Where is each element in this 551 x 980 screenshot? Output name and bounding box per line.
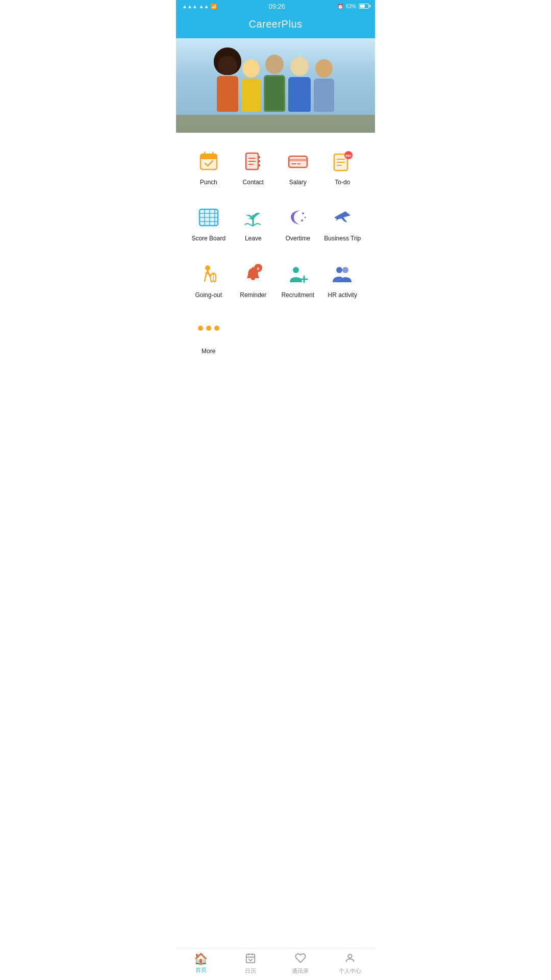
svg-text:8: 8 [257,266,260,271]
hr-activity-icon-wrap [329,261,356,287]
banner-scene [217,55,334,117]
recruitment-icon [287,263,309,285]
grid-item-reminder[interactable]: 8 Reminder [231,254,276,306]
svg-point-40 [211,281,212,282]
grid-item-contact[interactable]: Contact [231,141,276,193]
main-grid: Punch Contact [176,133,375,362]
person-5 [314,59,334,112]
grid-item-more[interactable]: More [186,310,231,362]
svg-point-35 [301,219,303,222]
battery-icon [359,4,369,9]
leave-icon-wrap [240,204,266,231]
svg-rect-2 [201,154,217,159]
grid-item-salary[interactable]: Salary [276,141,320,193]
svg-rect-9 [258,164,260,166]
grid-item-business-trip[interactable]: Business Trip [320,197,365,249]
todo-label: To-do [335,179,350,186]
grid-item-todo[interactable]: 99+ To-do [320,141,365,193]
grid-item-leave[interactable]: Leave [231,197,276,249]
svg-text:99+: 99+ [345,154,352,158]
hr-activity-icon [331,263,354,285]
overtime-icon-wrap [285,204,311,231]
banner-image [176,38,375,133]
grid-item-recruitment[interactable]: Recruitment [276,254,320,306]
business-trip-icon-wrap [329,204,356,231]
going-out-icon-wrap [195,261,222,287]
battery-info: ⏰ 63% [337,4,369,9]
grid-item-going-out[interactable]: Going-out [186,254,231,306]
svg-point-47 [336,267,342,273]
svg-point-44 [293,267,299,273]
dot-2 [206,326,211,331]
going-out-icon [197,263,220,285]
contact-icon [242,150,264,173]
signal-4g: ▲▲▲ [182,4,197,9]
svg-rect-7 [258,156,260,158]
grid-row-1: Punch Contact [186,141,365,193]
grid-item-punch[interactable]: Punch [186,141,231,193]
wifi-icon: 📶 [211,4,217,9]
svg-rect-15 [289,159,307,161]
dot-3 [214,326,219,331]
svg-point-41 [214,281,215,282]
svg-rect-8 [258,160,260,162]
person-3 [264,55,285,112]
signal-info: ▲▲▲ ▲▲ 📶 [182,4,217,9]
battery-percent: 63% [346,4,356,9]
punch-icon [197,150,220,173]
overtime-icon [287,206,309,229]
leave-icon [242,206,264,229]
svg-point-34 [304,217,306,218]
recruitment-label: Recruitment [281,291,314,299]
business-trip-label: Business Trip [324,235,361,242]
svg-point-48 [342,267,348,273]
overtime-label: Overtime [285,235,310,242]
reminder-label: Reminder [240,291,266,299]
recruitment-icon-wrap [285,261,311,287]
signal-2g: ▲▲ [199,4,209,9]
svg-rect-13 [289,156,307,167]
todo-icon-wrap: 99+ [329,148,356,175]
more-dots [198,326,219,331]
salary-label: Salary [289,179,307,186]
contact-icon-wrap [240,148,266,175]
grid-item-overtime[interactable]: Overtime [276,197,320,249]
punch-label: Punch [200,179,217,186]
grid-item-scoreboard[interactable]: Score Board [186,197,231,249]
table-surface [176,115,375,133]
scoreboard-icon-wrap [195,204,222,231]
scoreboard-icon [197,206,220,229]
reminder-icon-wrap: 8 [240,261,266,287]
hr-activity-label: HR activity [328,291,357,299]
contact-label: Contact [243,179,264,186]
person-4 [288,57,311,112]
business-trip-icon [331,206,354,229]
leave-label: Leave [245,235,262,242]
alarm-icon: ⏰ [337,4,343,9]
todo-icon: 99+ [331,150,354,173]
svg-point-33 [302,212,304,214]
salary-icon [287,150,309,173]
grid-row-2: Score Board Leave [186,197,365,249]
more-label: More [202,348,215,355]
grid-row-3: Going-out 8 Reminder [186,254,365,306]
time-display: 09:26 [268,3,285,10]
status-bar: ▲▲▲ ▲▲ 📶 09:26 ⏰ 63% [176,0,375,12]
app-title: CareerPlus [248,18,302,30]
grid-item-hr-activity[interactable]: HR activity [320,254,365,306]
person-1 [217,56,238,112]
app-header: CareerPlus [176,12,375,38]
person-2 [241,59,261,112]
reminder-icon: 8 [242,263,264,285]
scoreboard-label: Score Board [191,235,226,242]
salary-icon-wrap [285,148,311,175]
dot-1 [198,326,203,331]
grid-row-more: More [186,310,365,362]
going-out-label: Going-out [195,291,222,299]
more-icon-wrap [195,317,222,344]
svg-point-36 [205,265,210,271]
punch-icon-wrap [195,148,222,175]
